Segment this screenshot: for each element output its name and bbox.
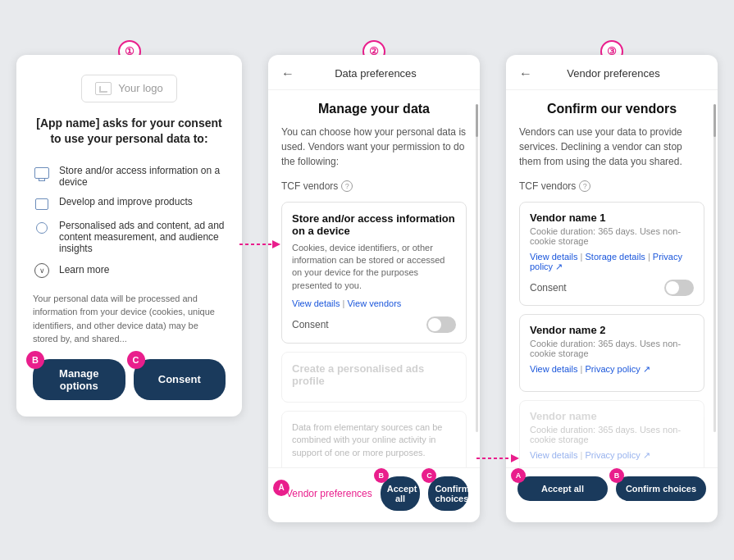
data-preferences-panel: ← Data preferences Manage your data You … [268, 55, 480, 522]
info-icon: ? [341, 180, 353, 192]
purpose-links-greyed: View details [292, 466, 456, 467]
vendor-name-1: Vendor name 1 [530, 212, 694, 224]
vendor-card-3: Vendor name Cookie duration: 365 days. U… [519, 400, 704, 467]
panel3-header: ← Vendor preferences [506, 55, 718, 90]
chevron-down-icon: ∨ [33, 263, 51, 278]
vendor-card-2: Vendor name 2 Cookie duration: 365 days.… [519, 314, 704, 392]
panel-scroll-area: Manage your data You can choose how your… [268, 90, 480, 467]
scrollbar-thumb[interactable] [476, 104, 478, 137]
vendor-meta-1: Cookie duration: 365 days. Uses non-cook… [530, 226, 694, 246]
svg-marker-1 [272, 240, 280, 248]
accept-all-button-p3[interactable]: A Accept all [517, 476, 608, 501]
badge-c: C [127, 351, 145, 369]
item-text: Store and/or access information on a dev… [59, 165, 226, 188]
purpose-card-2: Create a personalised ads profile [281, 352, 467, 403]
badge-b-p3: B [609, 468, 624, 483]
storage-details-v1[interactable]: Storage details [585, 252, 652, 262]
list-item: Store and/or access information on a dev… [33, 161, 226, 192]
consent-toggle-v1[interactable] [664, 280, 694, 296]
confirm-choices-button-p2[interactable]: C Confirm choices [428, 476, 468, 511]
panel3-description: Vendors can use your data to provide ser… [519, 125, 704, 169]
logo-box: Your logo [81, 75, 176, 102]
back-arrow-icon-p3[interactable]: ← [519, 66, 532, 81]
image-icon [95, 82, 112, 95]
vendor-links-3: View details Privacy policy ↗ [530, 450, 694, 461]
panel2-title: Manage your data [281, 102, 467, 116]
vendor-preferences-link[interactable]: A Vendor preferences [280, 488, 372, 499]
panel3-footer: A Accept all B Confirm choices [506, 467, 718, 509]
privacy-policy-v3[interactable]: Privacy policy ↗ [585, 450, 650, 460]
panel3-header-title: Vendor preferences [539, 67, 688, 80]
badge-c-p2: C [422, 468, 436, 483]
tcf-vendors-label: TCF vendors ? [281, 180, 467, 192]
panel-header: ← Data preferences [268, 55, 480, 90]
purpose-card-3: Data from elementary sources can be comb… [281, 411, 467, 467]
badge-a-p2: A [273, 480, 289, 496]
panel1-buttons: B Manage options C Consent [33, 359, 226, 400]
consent-label: Consent [292, 319, 329, 330]
consent-button[interactable]: C Consent [134, 359, 226, 400]
person-icon [33, 221, 51, 235]
vendor-card-1: Vendor name 1 Cookie duration: 365 days.… [519, 202, 704, 306]
purpose-title: Store and/or access information on a dev… [292, 212, 456, 237]
back-arrow-icon[interactable]: ← [281, 66, 294, 81]
consent-row-v1: Consent [530, 280, 694, 296]
badge-b: B [26, 351, 44, 369]
view-details-v3[interactable]: View details [530, 450, 585, 460]
purpose-links: View details View vendors [292, 298, 456, 308]
consent-label-v1: Consent [530, 282, 567, 294]
view-details-v2[interactable]: View details [530, 364, 585, 374]
tcf-vendors-label-p3: TCF vendors ? [519, 180, 704, 192]
logo-text: Your logo [118, 82, 162, 94]
scrollbar-thumb-p3[interactable] [713, 104, 716, 137]
panel2-footer: A Vendor preferences B Accept all C Conf… [268, 467, 480, 519]
consent-row: Consent [292, 316, 456, 333]
purpose-title-greyed: Create a personalised ads profile [292, 362, 456, 387]
vendor-meta-2: Cookie duration: 365 days. Uses non-cook… [530, 339, 694, 358]
vendor-meta-3: Cookie duration: 365 days. Uses non-cook… [530, 425, 694, 444]
consent-items-list: Store and/or access information on a dev… [33, 161, 226, 282]
purpose-desc-greyed: Data from elementary sources can be comb… [292, 421, 456, 459]
view-vendors-link[interactable]: View vendors [347, 298, 401, 308]
panel3-title: Confirm our vendors [519, 102, 704, 116]
vendor-link-text: Vendor preferences [286, 488, 372, 499]
purpose-card-1: Store and/or access information on a dev… [281, 202, 467, 344]
list-item: Personalised ads and content, ad and con… [33, 216, 226, 258]
vendor-name-2: Vendor name 2 [530, 324, 694, 336]
tools-icon [33, 197, 51, 212]
manage-options-button[interactable]: B Manage options [33, 359, 125, 400]
consent-title: [App name] asks for your consent to use … [33, 116, 226, 148]
consent-body-text: Your personal data will be processed and… [33, 292, 226, 346]
info-icon-p3: ? [579, 180, 590, 192]
panel-header-title: Data preferences [301, 67, 450, 80]
purpose-desc: Cookies, device identifiers, or other in… [292, 242, 456, 293]
panel3-scroll-area: Confirm our vendors Vendors can use your… [506, 90, 718, 467]
confirm-choices-button-p3[interactable]: B Confirm choices [616, 476, 706, 501]
vendor-name-3: Vendor name [530, 410, 694, 422]
badge-a-p3: A [511, 468, 526, 483]
badge-b-p2: B [374, 468, 389, 483]
consent-toggle[interactable] [426, 316, 456, 333]
privacy-policy-v2[interactable]: Privacy policy ↗ [585, 364, 650, 374]
learn-more-item[interactable]: ∨ Learn more [33, 258, 226, 282]
learn-more-label: Learn more [59, 264, 109, 275]
consent-panel: Your logo [App name] asks for your conse… [16, 55, 242, 417]
dashed-arrow-1 [239, 236, 285, 253]
view-details-link-2[interactable]: View details [292, 466, 340, 467]
panel2-description: You can choose how your personal data is… [281, 125, 467, 169]
item-text: Develop and improve products [59, 196, 193, 207]
view-details-link[interactable]: View details [292, 298, 347, 308]
logo-area: Your logo [33, 75, 226, 102]
monitor-icon [33, 166, 51, 180]
view-details-v1[interactable]: View details [530, 252, 585, 262]
scrollbar[interactable] [476, 104, 478, 432]
scrollbar-p3[interactable] [713, 104, 716, 432]
list-item: Develop and improve products [33, 192, 226, 216]
vendor-links-2: View details Privacy policy ↗ [530, 364, 694, 375]
item-text: Personalised ads and content, ad and con… [59, 220, 226, 254]
vendor-preferences-panel: ← Vendor preferences Confirm our vendors… [506, 55, 718, 522]
accept-all-button-p2[interactable]: B Accept all [381, 476, 421, 511]
dashed-arrow-2 [476, 450, 524, 467]
svg-marker-3 [511, 454, 519, 462]
vendor-links-1: View details Storage details Privacy pol… [530, 252, 694, 272]
